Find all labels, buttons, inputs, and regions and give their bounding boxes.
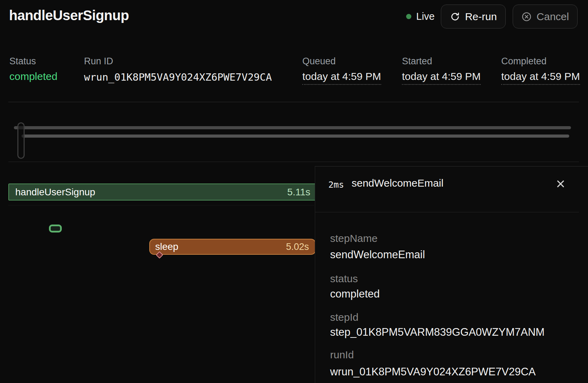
chart-row-separator <box>8 205 314 205</box>
minimap-span-bar-sleep <box>22 135 569 138</box>
status-value: completed <box>9 71 57 82</box>
cancel-circle-x-icon <box>521 11 532 22</box>
chart-top-border <box>8 162 579 162</box>
started-label: Started <box>402 56 432 67</box>
trace-span-root[interactable]: handleUserSignup 5.11s <box>8 184 316 201</box>
field-label-runid: runId <box>330 349 354 361</box>
completed-label: Completed <box>501 56 547 67</box>
step-detail-panel: 2ms sendWelcomeEmail stepName sendWelcom… <box>315 166 588 383</box>
rerun-button-label: Re-run <box>465 11 497 23</box>
sleep-span-label: sleep <box>155 241 178 252</box>
live-status-dot-icon <box>406 14 411 19</box>
step-duration-badge: 2ms <box>328 180 344 190</box>
minimap-span-bar-root <box>14 126 571 129</box>
field-value-status: completed <box>330 288 380 300</box>
sleep-span-duration: 5.02s <box>286 242 309 252</box>
header-divider <box>8 102 579 102</box>
completed-value: today at 4:59 PM <box>501 71 580 85</box>
minimap-scrubber-handle[interactable] <box>17 122 25 159</box>
step-pill-icon[interactable] <box>49 225 62 233</box>
queued-label: Queued <box>302 56 336 67</box>
field-label-stepname: stepName <box>330 233 378 244</box>
panel-header-divider <box>315 212 579 212</box>
field-label-status: status <box>330 273 358 285</box>
step-detail-header: 2ms sendWelcomeEmail <box>315 166 588 212</box>
rerun-button[interactable]: Re-run <box>441 5 506 28</box>
cancel-button[interactable]: Cancel <box>513 5 578 28</box>
workflow-run-page: handleUserSignup Live Re-run Cancel Stat… <box>0 0 588 383</box>
rerun-refresh-icon <box>450 11 460 22</box>
page-title: handleUserSignup <box>9 8 129 23</box>
root-span-duration: 5.11s <box>287 187 310 198</box>
run-id-label: Run ID <box>84 56 113 67</box>
field-label-stepid: stepId <box>330 311 359 323</box>
run-id-value: wrun_01K8PM5VA9Y024XZ6PWE7V29CA <box>84 71 272 83</box>
close-x-icon <box>555 179 566 189</box>
field-value-stepname: sendWelcomeEmail <box>330 248 425 261</box>
status-label: Status <box>9 56 36 67</box>
field-value-stepid: step_01K8PM5VARM839GGA0WZYM7ANM <box>330 326 545 339</box>
cancel-button-label: Cancel <box>537 11 569 23</box>
root-span-label: handleUserSignup <box>15 187 95 198</box>
field-value-runid: wrun_01K8PM5VA9Y024XZ6PWE7V29CA <box>330 366 536 378</box>
started-value: today at 4:59 PM <box>402 71 481 85</box>
queued-value: today at 4:59 PM <box>302 71 381 85</box>
step-detail-title: sendWelcomeEmail <box>352 177 444 189</box>
panel-close-button[interactable] <box>551 174 570 194</box>
live-label: Live <box>416 11 435 22</box>
trace-span-sleep[interactable]: sleep 5.02s <box>149 239 316 255</box>
live-indicator: Live <box>406 5 435 28</box>
